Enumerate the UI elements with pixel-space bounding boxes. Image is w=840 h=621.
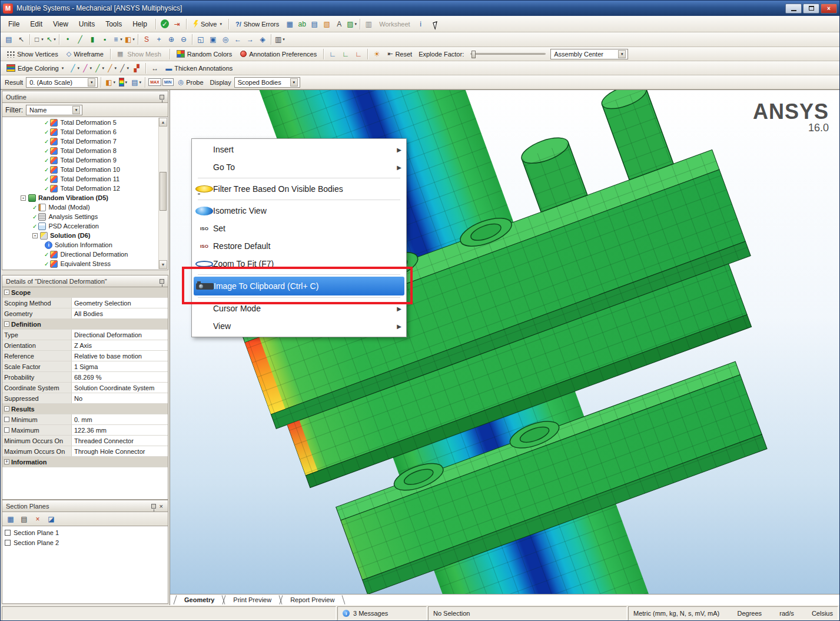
align-y-icon[interactable]: ∟ bbox=[340, 48, 351, 59]
edge-coloring-button[interactable]: Edge Coloring ▾ bbox=[3, 63, 67, 73]
row-orientation[interactable]: Orientation Z Axis bbox=[2, 340, 168, 351]
charge-body-icon[interactable]: ▧ bbox=[321, 18, 333, 29]
max-probe-icon[interactable]: MAX bbox=[148, 78, 161, 86]
menu-help[interactable]: Help bbox=[127, 18, 152, 30]
row-scoping-method[interactable]: Scoping Method Geometry Selection bbox=[2, 298, 168, 308]
menu-insert[interactable]: Insert ▶ bbox=[193, 141, 405, 158]
close-icon[interactable]: × bbox=[158, 503, 164, 509]
worksheet-grid-icon[interactable]: ▦ bbox=[284, 18, 296, 29]
tree-total-deformation-8[interactable]: ✓ Total Deformation 8 bbox=[3, 146, 158, 155]
pan-view-icon[interactable]: + bbox=[153, 34, 165, 45]
new-section-plane-icon[interactable]: ▦ bbox=[5, 513, 16, 524]
solve-button[interactable]: Solve ▾ bbox=[190, 19, 225, 29]
thicken-annotations-button[interactable]: ▬ Thicken Annotations bbox=[162, 64, 236, 73]
row-suppressed[interactable]: Suppressed No bbox=[2, 393, 168, 404]
row-minimum[interactable]: Minimum 0. mm bbox=[2, 414, 168, 425]
min-probe-icon[interactable]: MIN bbox=[162, 78, 174, 86]
menu-image-to-clipboard[interactable]: Image To Clipboard (Ctrl+ C) bbox=[194, 277, 404, 295]
tree-total-deformation-5[interactable]: ✓ Total Deformation 5 bbox=[3, 118, 158, 127]
show-vertices-button[interactable]: Show Vertices bbox=[3, 49, 62, 59]
box-zoom-icon[interactable]: ◱ bbox=[195, 34, 207, 45]
tab-print-preview[interactable]: Print Preview bbox=[224, 595, 281, 605]
tab-geometry[interactable]: Geometry bbox=[175, 595, 224, 605]
section-plane-checkbox[interactable] bbox=[5, 530, 11, 536]
chevron-down-icon[interactable]: ▾ bbox=[290, 78, 298, 87]
menu-cursor-mode[interactable]: Cursor Mode ▶ bbox=[193, 300, 405, 317]
pin-icon[interactable] bbox=[160, 279, 164, 284]
menu-file[interactable]: File bbox=[3, 18, 25, 30]
row-maximum[interactable]: Maximum 122.36 mm bbox=[2, 425, 168, 436]
explode-reset-button[interactable]: ⇤ Reset bbox=[384, 49, 416, 59]
menu-go-to[interactable]: Go To ▶ bbox=[193, 158, 405, 176]
scoped-bodies-dropdown[interactable]: Scoped Bodies ▾ bbox=[234, 77, 300, 88]
copy-section-plane-icon[interactable]: ▤ bbox=[18, 513, 30, 524]
tree-total-deformation-10[interactable]: ✓ Total Deformation 10 bbox=[3, 165, 158, 174]
tree-expander[interactable]: - bbox=[32, 233, 38, 238]
menu-tools[interactable]: Tools bbox=[100, 18, 127, 30]
solve-ready-icon[interactable]: ✓ bbox=[159, 18, 171, 29]
random-colors-button[interactable]: Random Colors bbox=[173, 49, 235, 59]
annotation-preferences-button[interactable]: Annotation Preferences bbox=[237, 49, 320, 59]
annotation-font-icon[interactable]: A bbox=[333, 18, 345, 29]
tree-analysis-settings[interactable]: ✓ Analysis Settings bbox=[3, 212, 158, 221]
tree-total-deformation-6[interactable]: ✓ Total Deformation 6 bbox=[3, 127, 158, 137]
align-x-icon[interactable]: ∟ bbox=[327, 48, 338, 59]
geometry-display-icon[interactable]: ◧▾ bbox=[104, 77, 116, 88]
menu-zoom-to-fit[interactable]: Zoom To Fit (F7) bbox=[193, 255, 405, 273]
tab-report-preview[interactable]: Report Preview bbox=[281, 595, 344, 605]
menu-set[interactable]: Set bbox=[193, 220, 405, 237]
select-mode-icon[interactable]: □ ▾ bbox=[32, 34, 44, 45]
maximize-button[interactable] bbox=[803, 4, 819, 14]
delete-section-plane-icon[interactable]: × bbox=[32, 513, 44, 524]
tree-total-deformation-7[interactable]: ✓ Total Deformation 7 bbox=[3, 137, 158, 146]
tree-total-deformation-9[interactable]: ✓ Total Deformation 9 bbox=[3, 155, 158, 165]
viewports-icon[interactable]: ▥ ▾ bbox=[274, 34, 285, 45]
edge-constraint-icon[interactable]: ▞ bbox=[131, 62, 142, 74]
scroll-down-icon[interactable]: ▼ bbox=[159, 260, 167, 269]
magnifier-icon[interactable]: ◎ bbox=[220, 34, 231, 45]
result-checkbox[interactable] bbox=[4, 427, 9, 433]
section-expander[interactable]: - bbox=[4, 406, 9, 411]
previous-view-icon[interactable]: ← bbox=[232, 34, 244, 45]
section-information[interactable]: + Information bbox=[2, 457, 168, 467]
outline-scrollbar[interactable]: ▲ ▼ bbox=[158, 118, 167, 269]
menu-view[interactable]: View bbox=[48, 18, 74, 30]
tree-directional-deformation[interactable]: ✓ Directional Deformation bbox=[3, 250, 158, 259]
tree-modal-modal[interactable]: ✓ Modal (Modal) bbox=[3, 202, 158, 212]
iso-view-icon[interactable]: ◈ bbox=[257, 34, 268, 45]
section-scope[interactable]: - Scope bbox=[2, 287, 168, 298]
scrollbar-thumb[interactable] bbox=[160, 172, 167, 211]
explode-factor-slider[interactable] bbox=[470, 53, 546, 55]
tree-total-deformation-12[interactable]: ✓ Total Deformation 12 bbox=[3, 184, 158, 193]
wireframe-button[interactable]: ◇ Wireframe bbox=[63, 49, 107, 59]
align-z-icon[interactable]: ∟ bbox=[353, 48, 364, 59]
tree-equivalent-stress[interactable]: ✓ Equivalent Stress bbox=[3, 259, 158, 268]
tree-psd-acceleration[interactable]: ✓ PSD Acceleration bbox=[3, 221, 158, 231]
menu-edit[interactable]: Edit bbox=[25, 18, 48, 30]
edges-display-icon[interactable]: ▤▾ bbox=[130, 77, 142, 88]
assembly-center-dropdown[interactable]: Assembly Center ▾ bbox=[550, 49, 628, 59]
row-probability[interactable]: Probability 68.269 % bbox=[2, 372, 168, 383]
report-sheet-icon[interactable]: ▤ bbox=[308, 18, 320, 29]
section-expander[interactable]: + bbox=[4, 459, 9, 464]
menu-units[interactable]: Units bbox=[74, 18, 100, 30]
explode-view-icon[interactable]: ☀ bbox=[371, 48, 383, 59]
worksheet-toggle-icon[interactable]: ▥ bbox=[363, 18, 374, 29]
row-geometry[interactable]: Geometry All Bodies bbox=[2, 308, 168, 319]
row-reference[interactable]: Reference Relative to base motion bbox=[2, 351, 168, 361]
rotate-view-icon[interactable]: S bbox=[141, 34, 152, 45]
tree-random-vibration-d5[interactable]: - Random Vibration (D5) bbox=[3, 193, 158, 202]
next-view-icon[interactable]: → bbox=[244, 34, 256, 45]
show-errors-button[interactable]: ?/ Show Errors bbox=[232, 19, 283, 29]
edge-filter-icon[interactable]: ╱ bbox=[74, 34, 86, 45]
graphics-viewport[interactable]: ANSYS 16.0 Insert ▶ Go To bbox=[170, 90, 839, 605]
section-expander[interactable]: - bbox=[4, 321, 9, 327]
row-coordinate-system[interactable]: Coordinate System Solution Coordinate Sy… bbox=[2, 383, 168, 393]
result-checkbox[interactable] bbox=[4, 417, 9, 422]
pin-icon[interactable] bbox=[151, 504, 156, 509]
row-maximum-occurs-on[interactable]: Maximum Occurs On Through Hole Connector bbox=[2, 446, 168, 457]
body-filter-icon[interactable]: ▪ bbox=[99, 34, 111, 45]
row-scale-factor[interactable]: Scale Factor 1 Sigma bbox=[2, 361, 168, 372]
edge-style-icon-5[interactable]: ╱ ▾ bbox=[118, 62, 130, 74]
result-scale-dropdown[interactable]: 0. (Auto Scale) ▾ bbox=[26, 77, 98, 88]
